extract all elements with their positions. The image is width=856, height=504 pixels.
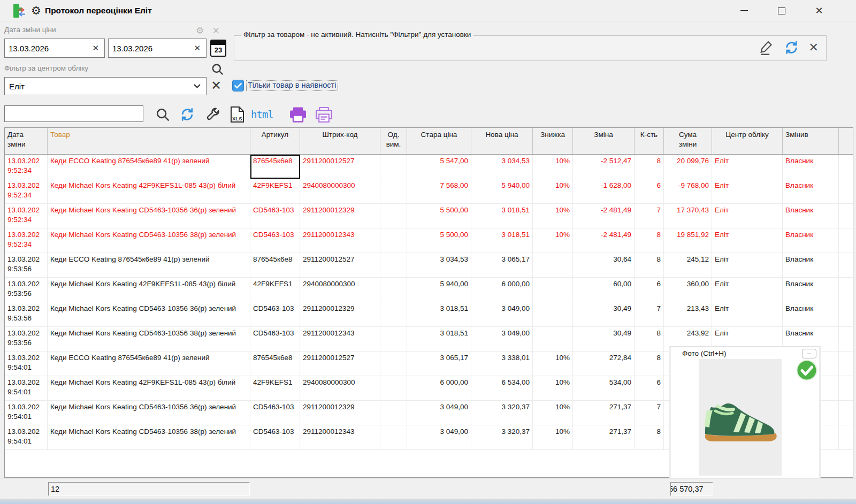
center-search-icon[interactable] <box>211 63 225 77</box>
cell-barcode[interactable]: 2911200012343 <box>300 327 380 351</box>
cell-old_price[interactable]: 3 034,53 <box>407 253 471 277</box>
cell-old_price[interactable]: 5 500,00 <box>407 228 471 253</box>
cell-change[interactable]: -2 481,49 <box>573 204 635 228</box>
table-row[interactable]: 13.03.2029:52:34Кеди Michael Kors Keatin… <box>5 204 853 228</box>
date-filter-close-icon[interactable]: ✕ <box>212 26 219 36</box>
cell-discount[interactable]: 10% <box>533 376 573 400</box>
minimize-button[interactable] <box>732 0 756 21</box>
date-from-input[interactable]: 13.03.2026 ✕ <box>4 39 105 58</box>
cell-date[interactable]: 13.03.2029:54:01 <box>5 352 48 376</box>
cell-new_price[interactable]: 3 338,01 <box>471 352 533 376</box>
cell-article[interactable]: 876545к6е8 <box>250 253 300 277</box>
cell-old_price[interactable]: 3 065,17 <box>407 352 471 376</box>
cell-sum[interactable]: 19 851,92 <box>664 228 712 253</box>
cell-barcode[interactable]: 2940080000300 <box>300 376 380 400</box>
cell-discount[interactable]: 10% <box>533 352 573 376</box>
center-select[interactable]: Еліт <box>4 77 207 95</box>
cell-change[interactable]: -2 481,49 <box>573 228 635 253</box>
cell-article[interactable]: 876545к6е8 <box>250 155 300 179</box>
cell-barcode[interactable]: 2911200012329 <box>300 401 380 425</box>
column-header-date[interactable]: Дата зміни <box>5 128 48 154</box>
cell-new_price[interactable]: 3 320,37 <box>471 425 533 449</box>
cell-new_price[interactable]: 3 320,37 <box>471 401 533 425</box>
cell-discount[interactable] <box>533 302 573 326</box>
settings-wrench-icon[interactable] <box>203 106 221 123</box>
cell-change[interactable]: 30,49 <box>573 302 635 326</box>
cell-change[interactable]: 30,64 <box>573 253 635 277</box>
cell-unit[interactable] <box>380 278 407 302</box>
column-header-discount[interactable]: Знижка <box>533 128 573 154</box>
date-from-clear-icon[interactable]: ✕ <box>87 43 104 53</box>
in-stock-checkbox-label[interactable]: Тільки товар в наявності <box>246 80 338 91</box>
cell-date[interactable]: 13.03.2029:52:34 <box>5 228 48 253</box>
cell-qty[interactable]: 6 <box>635 179 664 203</box>
cell-article[interactable]: CD5463-103 <box>250 425 300 449</box>
date-filter-gear-icon[interactable]: ⚙ <box>196 25 204 36</box>
cell-product[interactable]: Кеди ECCO Keating 876545к6е89 41(р) зеле… <box>48 352 250 376</box>
column-header-old_price[interactable]: Стара ціна <box>407 128 471 154</box>
cell-center[interactable]: Еліт <box>712 302 783 326</box>
cell-new_price[interactable]: 3 018,51 <box>471 204 533 228</box>
cell-article[interactable]: CD5463-103 <box>250 204 300 228</box>
cell-new_price[interactable]: 3 065,17 <box>471 253 533 277</box>
cell-new_price[interactable]: 3 049,00 <box>471 327 533 351</box>
center-clear-x-icon[interactable]: ✕ <box>211 78 221 93</box>
edit-filter-pencil-icon[interactable] <box>759 40 774 56</box>
cell-date[interactable]: 13.03.2029:52:34 <box>5 179 48 203</box>
cell-qty[interactable]: 8 <box>635 253 664 277</box>
cell-article[interactable]: 42F9KEFS1 <box>250 278 300 302</box>
cell-change[interactable]: -1 628,00 <box>573 179 635 203</box>
cell-product[interactable]: Кеди Michael Kors Keating 42F9KEFS1L-085… <box>48 278 250 302</box>
cell-product[interactable]: Кеди Michael Kors Keating CD5463-10356 3… <box>48 228 250 253</box>
maximize-button[interactable] <box>769 0 794 21</box>
table-row[interactable]: 13.03.2029:52:34Кеди Michael Kors Keatin… <box>5 228 853 253</box>
cell-center[interactable]: Еліт <box>712 155 783 179</box>
cell-old_price[interactable]: 5 940,00 <box>407 278 471 302</box>
cell-date[interactable]: 13.03.2029:54:01 <box>5 425 48 449</box>
print-icon[interactable] <box>289 106 307 123</box>
cell-new_price[interactable]: 6 000,00 <box>471 278 533 302</box>
table-row[interactable]: 13.03.2029:53:56Кеди Michael Kors Keatin… <box>5 278 853 302</box>
cell-changed_by[interactable]: Власник <box>783 155 839 179</box>
cell-date[interactable]: 13.03.2029:53:56 <box>5 327 48 351</box>
column-header-article[interactable]: Артикул <box>250 128 300 154</box>
cell-unit[interactable] <box>380 327 407 351</box>
cell-qty[interactable]: 7 <box>635 204 664 228</box>
cell-qty[interactable]: 8 <box>635 155 664 179</box>
cell-unit[interactable] <box>380 253 407 277</box>
cell-unit[interactable] <box>380 302 407 326</box>
cell-product[interactable]: Кеди Michael Kors Keating CD5463-10356 3… <box>48 302 250 326</box>
cell-discount[interactable]: 10% <box>533 401 573 425</box>
cell-date[interactable]: 13.03.2029:52:34 <box>5 204 48 228</box>
cell-old_price[interactable]: 7 568,00 <box>407 179 471 203</box>
column-header-qty[interactable]: К-сть <box>635 128 664 154</box>
column-header-change[interactable]: Зміна <box>573 128 635 154</box>
cell-barcode[interactable]: 2911200012329 <box>300 204 380 228</box>
search-icon[interactable] <box>154 106 172 123</box>
export-html-icon[interactable]: html <box>250 106 274 123</box>
cell-sum[interactable]: 20 099,76 <box>664 155 712 179</box>
export-xls-icon[interactable]: XLS <box>228 106 246 123</box>
cell-discount[interactable]: 10% <box>533 228 573 253</box>
column-header-unit[interactable]: Од. вим. <box>380 128 407 154</box>
cell-barcode[interactable]: 2940080000300 <box>300 179 380 203</box>
cell-product[interactable]: Кеди ECCO Keating 876545к6е89 41(р) зеле… <box>48 155 250 179</box>
cell-article[interactable]: CD5463-103 <box>250 302 300 326</box>
cell-date[interactable]: 13.03.2029:53:56 <box>5 253 48 277</box>
clear-filter-x-icon[interactable]: ✕ <box>809 41 819 55</box>
cell-changed_by[interactable]: Власник <box>783 179 839 203</box>
cell-product[interactable]: Кеди Michael Kors Keating CD5463-10356 3… <box>48 425 250 449</box>
cell-qty[interactable]: 6 <box>635 376 664 400</box>
cell-unit[interactable] <box>380 179 407 203</box>
column-header-product[interactable]: Товар <box>48 128 250 154</box>
cell-changed_by[interactable]: Власник <box>783 204 839 228</box>
cell-discount[interactable] <box>533 253 573 277</box>
cell-old_price[interactable]: 3 018,51 <box>407 327 471 351</box>
cell-unit[interactable] <box>380 376 407 400</box>
cell-discount[interactable]: 10% <box>533 155 573 179</box>
cell-product[interactable]: Кеди Michael Kors Keating CD5463-10356 3… <box>48 204 250 228</box>
cell-old_price[interactable]: 3 018,51 <box>407 302 471 326</box>
cell-new_price[interactable]: 5 940,00 <box>471 179 533 203</box>
green-check-icon[interactable] <box>796 360 817 381</box>
cell-change[interactable]: -2 512,47 <box>573 155 635 179</box>
